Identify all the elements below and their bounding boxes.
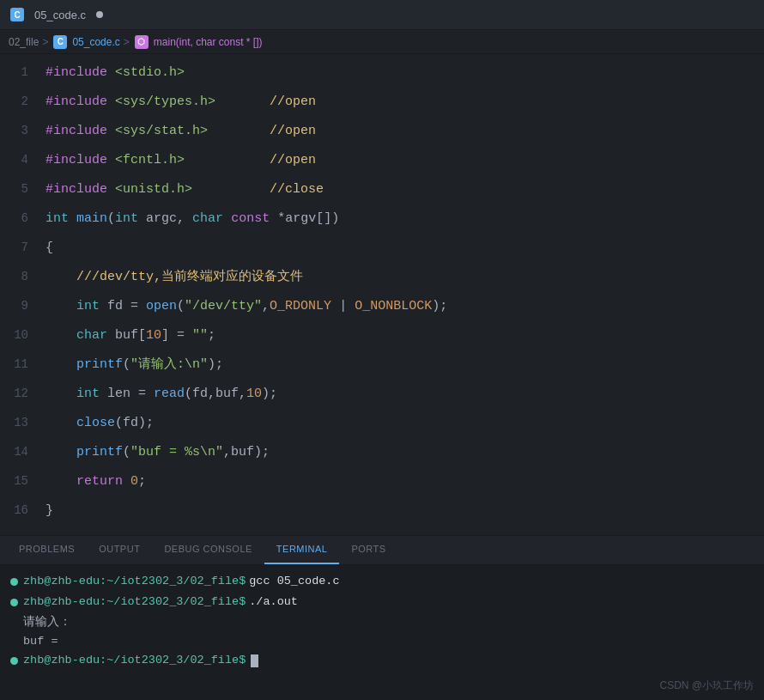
code-line: 7 { bbox=[0, 233, 764, 262]
terminal-output: 请输入： bbox=[10, 613, 754, 632]
tab-problems[interactable]: PROBLEMS bbox=[7, 534, 87, 564]
panel-tabs: PROBLEMS OUTPUT DEBUG CONSOLE TERMINAL P… bbox=[0, 535, 764, 565]
terminal-line: zhb@zhb-edu:~/iot2302_3/02_file$ bbox=[10, 651, 754, 670]
terminal-prompt: zhb@zhb-edu:~/iot2302_3/02_file$ bbox=[23, 572, 246, 591]
code-line: 14 printf("buf = %s\n",buf); bbox=[0, 437, 764, 466]
code-line: 11 printf("请输入:\n"); bbox=[0, 350, 764, 379]
code-editor: 1 #include <stdio.h> 2 #include <sys/typ… bbox=[0, 54, 764, 535]
terminal-panel[interactable]: zhb@zhb-edu:~/iot2302_3/02_file$ gcc 05_… bbox=[0, 565, 764, 700]
watermark: CSDN @小玖工作坊 bbox=[659, 679, 754, 693]
code-line: 5 #include <unistd.h> //close bbox=[0, 174, 764, 204]
code-line: 15 return 0; bbox=[0, 466, 764, 496]
code-line: 16 } bbox=[0, 496, 764, 525]
tab-output[interactable]: OUTPUT bbox=[87, 534, 152, 564]
terminal-prompt: zhb@zhb-edu:~/iot2302_3/02_file$ bbox=[23, 651, 246, 670]
unsaved-indicator bbox=[96, 11, 103, 18]
code-line: 12 int len = read(fd,buf,10); bbox=[0, 379, 764, 408]
code-line: 1 #include <stdio.h> bbox=[0, 58, 764, 87]
terminal-cursor bbox=[251, 654, 258, 667]
code-line: 4 #include <fcntl.h> //open bbox=[0, 145, 764, 174]
code-line: 3 #include <sys/stat.h> //open bbox=[0, 116, 764, 145]
terminal-prompt: zhb@zhb-edu:~/iot2302_3/02_file$ bbox=[23, 593, 246, 612]
breadcrumb-file: 05_code.c bbox=[72, 36, 119, 48]
code-line: 13 close(fd); bbox=[0, 408, 764, 437]
title-bar: C 05_code.c bbox=[0, 0, 764, 30]
tab-ports[interactable]: PORTS bbox=[339, 534, 397, 564]
breadcrumb: 02_file > C 05_code.c > ⬡ main(int, char… bbox=[0, 30, 764, 54]
breadcrumb-c-icon: C bbox=[53, 35, 67, 49]
terminal-dot bbox=[10, 599, 18, 606]
code-line: 9 int fd = open("/dev/tty",O_RDONLY | O_… bbox=[0, 291, 764, 320]
terminal-command: gcc 05_code.c bbox=[249, 572, 339, 591]
terminal-line: zhb@zhb-edu:~/iot2302_3/02_file$ ./a.out bbox=[10, 593, 754, 612]
tab-terminal[interactable]: TERMINAL bbox=[264, 534, 340, 564]
breadcrumb-fn-icon: ⬡ bbox=[135, 35, 149, 49]
c-file-icon: C bbox=[10, 8, 24, 21]
breadcrumb-function: main(int, char const * []) bbox=[154, 36, 263, 48]
terminal-output: buf = bbox=[10, 632, 754, 651]
code-line: 8 ///dev/tty,当前终端对应的设备文件 bbox=[0, 262, 764, 291]
breadcrumb-folder: 02_file bbox=[9, 36, 39, 48]
code-line: 10 char buf[10] = ""; bbox=[0, 320, 764, 350]
code-line: 2 #include <sys/types.h> //open bbox=[0, 87, 764, 116]
terminal-command: ./a.out bbox=[249, 593, 298, 612]
code-line: 6 int main(int argc, char const *argv[]) bbox=[0, 204, 764, 233]
tab-debug-console[interactable]: DEBUG CONSOLE bbox=[152, 534, 264, 564]
code-lines: 1 #include <stdio.h> 2 #include <sys/typ… bbox=[0, 54, 764, 528]
tab-filename[interactable]: 05_code.c bbox=[34, 9, 86, 21]
terminal-line: zhb@zhb-edu:~/iot2302_3/02_file$ gcc 05_… bbox=[10, 572, 754, 591]
terminal-dot bbox=[10, 578, 18, 586]
terminal-dot bbox=[10, 657, 18, 665]
